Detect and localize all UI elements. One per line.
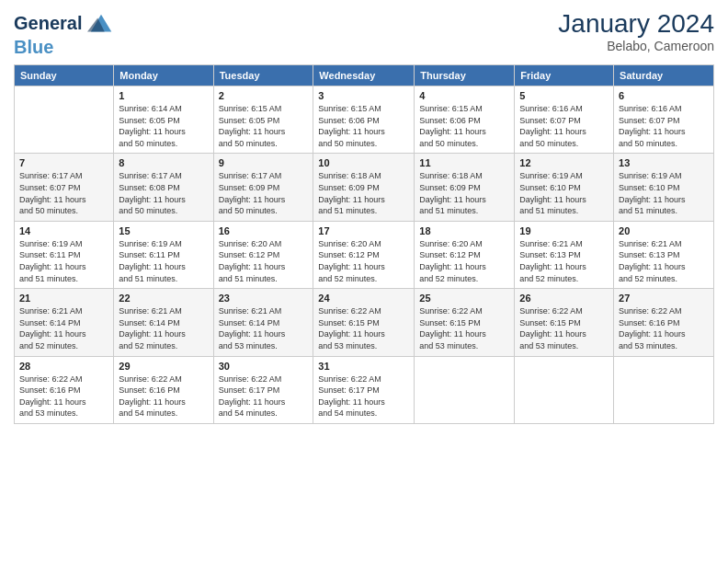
day-detail-2-3: Sunrise: 6:20 AM Sunset: 6:12 PM Dayligh… — [318, 238, 409, 284]
week-row-1: 7Sunrise: 6:17 AM Sunset: 6:07 PM Daylig… — [15, 154, 714, 221]
cell-1-4: 11Sunrise: 6:18 AM Sunset: 6:09 PM Dayli… — [415, 154, 515, 221]
cell-2-2: 16Sunrise: 6:20 AM Sunset: 6:12 PM Dayli… — [213, 221, 313, 288]
col-friday: Friday — [515, 65, 614, 86]
day-detail-0-6: Sunrise: 6:16 AM Sunset: 6:07 PM Dayligh… — [619, 103, 709, 149]
cell-4-2: 30Sunrise: 6:22 AM Sunset: 6:17 PM Dayli… — [213, 356, 313, 423]
day-detail-1-3: Sunrise: 6:18 AM Sunset: 6:09 PM Dayligh… — [318, 170, 409, 216]
week-row-2: 14Sunrise: 6:19 AM Sunset: 6:11 PM Dayli… — [15, 221, 714, 288]
col-saturday: Saturday — [614, 65, 714, 86]
day-detail-3-1: Sunrise: 6:21 AM Sunset: 6:14 PM Dayligh… — [119, 305, 208, 351]
day-num-0-4: 4 — [419, 90, 509, 101]
cell-1-3: 10Sunrise: 6:18 AM Sunset: 6:09 PM Dayli… — [313, 154, 415, 221]
day-num-2-3: 17 — [318, 225, 409, 236]
day-num-3-6: 27 — [619, 293, 709, 304]
day-num-1-4: 11 — [419, 157, 509, 168]
day-num-1-1: 8 — [119, 157, 208, 168]
day-num-3-5: 26 — [519, 293, 609, 304]
day-detail-1-0: Sunrise: 6:17 AM Sunset: 6:07 PM Dayligh… — [19, 170, 108, 216]
day-num-3-1: 22 — [119, 293, 208, 304]
day-detail-1-5: Sunrise: 6:19 AM Sunset: 6:10 PM Dayligh… — [519, 170, 609, 216]
day-detail-1-4: Sunrise: 6:18 AM Sunset: 6:09 PM Dayligh… — [419, 170, 509, 216]
day-num-1-2: 9 — [219, 157, 309, 168]
col-tuesday: Tuesday — [213, 65, 313, 86]
day-num-4-0: 28 — [19, 361, 108, 372]
day-detail-2-0: Sunrise: 6:19 AM Sunset: 6:11 PM Dayligh… — [19, 238, 108, 284]
cell-3-6: 27Sunrise: 6:22 AM Sunset: 6:16 PM Dayli… — [614, 289, 714, 356]
day-num-1-6: 13 — [619, 157, 709, 168]
header: General Blue January 2024 Belabo, Camero… — [14, 9, 714, 57]
day-detail-4-3: Sunrise: 6:22 AM Sunset: 6:17 PM Dayligh… — [318, 373, 409, 419]
cell-2-0: 14Sunrise: 6:19 AM Sunset: 6:11 PM Dayli… — [15, 221, 114, 288]
day-num-4-1: 29 — [119, 361, 208, 372]
cell-0-6: 6Sunrise: 6:16 AM Sunset: 6:07 PM Daylig… — [614, 86, 714, 154]
day-num-3-0: 21 — [19, 293, 108, 304]
day-num-2-0: 14 — [19, 225, 108, 236]
col-sunday: Sunday — [15, 65, 114, 86]
day-num-1-0: 7 — [19, 157, 108, 168]
month-year: January 2024 — [558, 9, 714, 39]
day-num-3-2: 23 — [219, 293, 309, 304]
week-row-3: 21Sunrise: 6:21 AM Sunset: 6:14 PM Dayli… — [15, 289, 714, 356]
col-thursday: Thursday — [415, 65, 515, 86]
cell-1-6: 13Sunrise: 6:19 AM Sunset: 6:10 PM Dayli… — [614, 154, 714, 221]
day-detail-2-2: Sunrise: 6:20 AM Sunset: 6:12 PM Dayligh… — [219, 238, 309, 284]
day-num-2-6: 20 — [619, 225, 709, 236]
day-num-0-6: 6 — [619, 90, 709, 101]
day-detail-1-1: Sunrise: 6:17 AM Sunset: 6:08 PM Dayligh… — [119, 170, 208, 216]
day-detail-3-2: Sunrise: 6:21 AM Sunset: 6:14 PM Dayligh… — [219, 305, 309, 351]
title-block: January 2024 Belabo, Cameroon — [558, 9, 714, 53]
cell-1-5: 12Sunrise: 6:19 AM Sunset: 6:10 PM Dayli… — [515, 154, 614, 221]
day-detail-2-5: Sunrise: 6:21 AM Sunset: 6:13 PM Dayligh… — [519, 238, 609, 284]
day-num-1-3: 10 — [318, 157, 409, 168]
day-detail-1-2: Sunrise: 6:17 AM Sunset: 6:09 PM Dayligh… — [219, 170, 309, 216]
day-num-0-5: 5 — [519, 90, 609, 101]
cell-2-6: 20Sunrise: 6:21 AM Sunset: 6:13 PM Dayli… — [614, 221, 714, 288]
logo-text: General — [14, 13, 82, 33]
cell-0-2: 2Sunrise: 6:15 AM Sunset: 6:05 PM Daylig… — [213, 86, 313, 154]
cell-3-2: 23Sunrise: 6:21 AM Sunset: 6:14 PM Dayli… — [213, 289, 313, 356]
cell-0-0 — [15, 86, 114, 154]
cell-0-3: 3Sunrise: 6:15 AM Sunset: 6:06 PM Daylig… — [313, 86, 415, 154]
calendar-header-row: Sunday Monday Tuesday Wednesday Thursday… — [15, 65, 714, 86]
day-detail-4-2: Sunrise: 6:22 AM Sunset: 6:17 PM Dayligh… — [219, 373, 309, 419]
cell-2-3: 17Sunrise: 6:20 AM Sunset: 6:12 PM Dayli… — [313, 221, 415, 288]
cell-0-5: 5Sunrise: 6:16 AM Sunset: 6:07 PM Daylig… — [515, 86, 614, 154]
cell-4-5 — [515, 356, 614, 423]
cell-1-0: 7Sunrise: 6:17 AM Sunset: 6:07 PM Daylig… — [15, 154, 114, 221]
day-detail-4-1: Sunrise: 6:22 AM Sunset: 6:16 PM Dayligh… — [119, 373, 208, 419]
day-num-0-1: 1 — [119, 90, 208, 101]
logo-subtext: Blue — [14, 37, 115, 57]
day-detail-0-3: Sunrise: 6:15 AM Sunset: 6:06 PM Dayligh… — [318, 103, 409, 149]
day-detail-2-4: Sunrise: 6:20 AM Sunset: 6:12 PM Dayligh… — [419, 238, 509, 284]
day-detail-3-3: Sunrise: 6:22 AM Sunset: 6:15 PM Dayligh… — [318, 305, 409, 351]
day-detail-3-0: Sunrise: 6:21 AM Sunset: 6:14 PM Dayligh… — [19, 305, 108, 351]
cell-2-5: 19Sunrise: 6:21 AM Sunset: 6:13 PM Dayli… — [515, 221, 614, 288]
day-detail-3-6: Sunrise: 6:22 AM Sunset: 6:16 PM Dayligh… — [619, 305, 709, 351]
cell-4-0: 28Sunrise: 6:22 AM Sunset: 6:16 PM Dayli… — [15, 356, 114, 423]
day-num-2-5: 19 — [519, 225, 609, 236]
col-monday: Monday — [114, 65, 213, 86]
day-detail-0-2: Sunrise: 6:15 AM Sunset: 6:05 PM Dayligh… — [219, 103, 309, 149]
cell-4-4 — [415, 356, 515, 423]
day-detail-1-6: Sunrise: 6:19 AM Sunset: 6:10 PM Dayligh… — [619, 170, 709, 216]
logo-icon — [87, 9, 115, 37]
day-detail-4-0: Sunrise: 6:22 AM Sunset: 6:16 PM Dayligh… — [19, 373, 108, 419]
day-detail-0-5: Sunrise: 6:16 AM Sunset: 6:07 PM Dayligh… — [519, 103, 609, 149]
cell-3-0: 21Sunrise: 6:21 AM Sunset: 6:14 PM Dayli… — [15, 289, 114, 356]
day-detail-0-4: Sunrise: 6:15 AM Sunset: 6:06 PM Dayligh… — [419, 103, 509, 149]
day-num-3-3: 24 — [318, 293, 409, 304]
day-num-2-4: 18 — [419, 225, 509, 236]
day-detail-2-6: Sunrise: 6:21 AM Sunset: 6:13 PM Dayligh… — [619, 238, 709, 284]
day-detail-3-5: Sunrise: 6:22 AM Sunset: 6:15 PM Dayligh… — [519, 305, 609, 351]
location: Belabo, Cameroon — [558, 39, 714, 53]
cell-0-4: 4Sunrise: 6:15 AM Sunset: 6:06 PM Daylig… — [415, 86, 515, 154]
day-num-4-3: 31 — [318, 361, 409, 372]
cell-4-6 — [614, 356, 714, 423]
day-num-3-4: 25 — [419, 293, 509, 304]
calendar-page: General Blue January 2024 Belabo, Camero… — [0, 0, 728, 563]
cell-0-1: 1Sunrise: 6:14 AM Sunset: 6:05 PM Daylig… — [114, 86, 213, 154]
cell-2-1: 15Sunrise: 6:19 AM Sunset: 6:11 PM Dayli… — [114, 221, 213, 288]
cell-2-4: 18Sunrise: 6:20 AM Sunset: 6:12 PM Dayli… — [415, 221, 515, 288]
cell-1-2: 9Sunrise: 6:17 AM Sunset: 6:09 PM Daylig… — [213, 154, 313, 221]
day-detail-0-1: Sunrise: 6:14 AM Sunset: 6:05 PM Dayligh… — [119, 103, 208, 149]
